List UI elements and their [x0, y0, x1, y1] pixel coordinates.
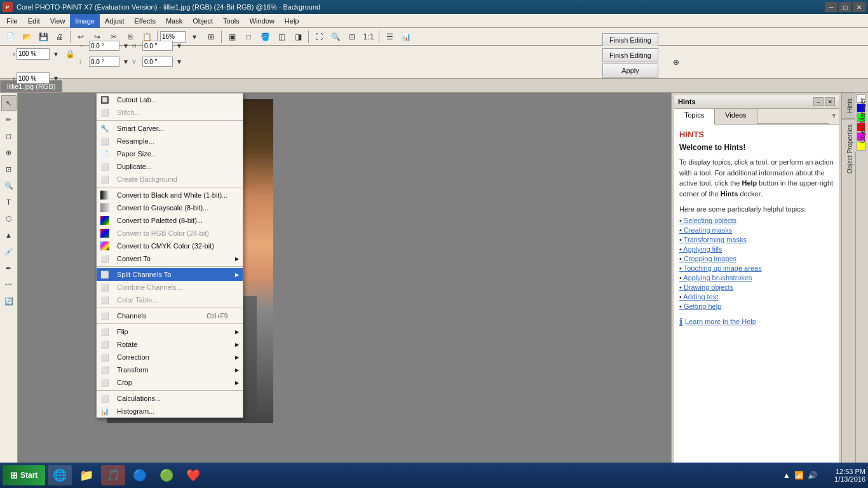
menu-crop[interactable]: ⬜Crop [97, 376, 243, 389]
taskbar-arrow-icon[interactable]: ▲ [783, 471, 790, 480]
finish-editing-button-bar[interactable]: Finish Editing [602, 48, 658, 62]
minimize-button[interactable]: ─ [825, 2, 837, 12]
invert-mask-button[interactable]: ◨ [290, 29, 306, 44]
zoom-percentage-y[interactable] [17, 72, 50, 84]
hint-link-help[interactable]: Getting help [679, 302, 834, 310]
menu-edit[interactable]: Edit [23, 14, 45, 28]
rotation2-dropdown[interactable]: ▾ [121, 54, 131, 69]
hint-link-masks[interactable]: Creating masks [679, 226, 834, 234]
hints-close-btn[interactable]: ✕ [825, 97, 835, 106]
rotation2-input[interactable] [89, 57, 119, 67]
hint-link-transform-masks[interactable]: Transforming masks [679, 236, 834, 243]
mask-none-button[interactable]: □ [241, 29, 256, 44]
hints-minimize-btn[interactable]: – [813, 97, 824, 106]
menu-split-channels[interactable]: ⬜Split Channels To [97, 268, 243, 281]
hint-link-text[interactable]: Adding text [679, 293, 834, 301]
start-button[interactable]: ⊞ Start [3, 465, 45, 485]
apply-button-bar[interactable]: Apply [602, 64, 658, 78]
hint-link-drawing[interactable]: Drawing objects [679, 283, 834, 291]
tool-color-replace[interactable]: 🔄 [1, 294, 17, 309]
side-tab-hints[interactable]: Hints [842, 93, 855, 119]
v-input[interactable] [142, 57, 173, 67]
hints-help-icon[interactable]: ? [829, 109, 839, 124]
menu-convert-grayscale[interactable]: Convert to Grayscale (8-bit)... [97, 201, 243, 214]
menu-effects[interactable]: Effects [130, 14, 161, 28]
taskbar-app-explorer[interactable]: 📁 [74, 465, 98, 485]
menu-paper-size[interactable]: 📄Paper Size... [97, 147, 243, 160]
tool-pen[interactable]: ✒ [1, 261, 17, 276]
menu-histogram[interactable]: 📊Histogram... [97, 405, 243, 417]
taskbar-clock[interactable]: 12:53 PM 1/13/2016 [834, 468, 865, 483]
close-button[interactable]: ✕ [853, 2, 865, 12]
zoom-fit-button[interactable]: ⊞ [203, 29, 219, 44]
view-full-button[interactable]: ⛶ [311, 29, 327, 44]
rotation-dropdown[interactable]: ▾ [121, 38, 131, 53]
fit-page-button[interactable]: ⊡ [344, 29, 360, 44]
hint-link-cropping[interactable]: Cropping images [679, 255, 834, 262]
lock-aspect-button[interactable]: 🔒 [62, 46, 78, 62]
tool-fill[interactable]: ▲ [1, 227, 17, 243]
rotation-input[interactable] [89, 41, 119, 51]
menu-correction[interactable]: ⬜Correction [97, 351, 243, 363]
zoom-y-dropdown[interactable]: ▾ [51, 71, 61, 86]
mask-all-button[interactable]: ▣ [224, 29, 240, 44]
taskbar-app-chrome[interactable]: 🔵 [128, 465, 152, 485]
taskbar-app-red[interactable]: ❤️ [181, 465, 205, 485]
menu-window[interactable]: Window [245, 14, 280, 28]
zoom-100-button[interactable]: 1:1 [361, 29, 376, 44]
menu-calculations[interactable]: ⬜Calculations... [97, 392, 243, 405]
menu-mask[interactable]: Mask [161, 14, 187, 28]
menu-convert-cmyk[interactable]: Convert to CMYK Color (32-bit) [97, 240, 243, 252]
menu-convert-paletted[interactable]: Convert to Paletted (8-bit)... [97, 214, 243, 227]
tool-zoom[interactable]: 🔍 [1, 178, 17, 193]
menu-file[interactable]: File [1, 14, 23, 28]
menu-view[interactable]: View [45, 14, 71, 28]
menu-duplicate[interactable]: ⬜Duplicate... [97, 160, 243, 173]
tool-eyedrop[interactable]: 💉 [1, 244, 17, 259]
tool-paint[interactable]: ✏ [1, 112, 17, 127]
restore-button[interactable]: ◻ [839, 2, 851, 12]
hint-link-touchup[interactable]: Touching up image areas [679, 264, 834, 272]
title-bar-controls[interactable]: ─ ◻ ✕ [825, 2, 865, 12]
menu-convert-bw[interactable]: Convert to Black and White (1-bit)... [97, 189, 243, 201]
hint-link-fills[interactable]: Applying fills [679, 245, 834, 253]
h-dropdown[interactable]: ▾ [174, 38, 184, 53]
tool-shape[interactable]: ⬡ [1, 211, 17, 226]
taskbar-app-media[interactable]: 🎵 [101, 465, 125, 485]
histogram-button[interactable]: 📊 [398, 29, 414, 44]
tab-videos[interactable]: Videos [715, 109, 757, 124]
paint-bucket-button[interactable]: 🪣 [257, 29, 273, 44]
v-dropdown[interactable]: ▾ [174, 54, 184, 69]
tab-topics[interactable]: Topics [674, 109, 715, 125]
add-transform-button[interactable]: ⊕ [668, 55, 684, 70]
menu-image[interactable]: Image [70, 14, 100, 28]
canvas-area[interactable]: R A I N 🔲Cutout Lab... ⬜Stitch... 🔧Smart… [18, 93, 671, 465]
taskbar-app-green[interactable]: 🟢 [154, 465, 179, 485]
menu-help[interactable]: Help [280, 14, 304, 28]
zoom-percentage-x[interactable] [17, 48, 50, 60]
tool-crop[interactable]: ⊡ [1, 161, 17, 177]
tool-clone[interactable]: ⊕ [1, 145, 17, 160]
tool-eraser[interactable]: ◻ [1, 128, 17, 144]
side-tab-object-properties[interactable]: Object Properties [842, 119, 855, 179]
menu-channels[interactable]: ⬜Channels Ctrl+F9 [97, 309, 243, 322]
hint-link-selecting[interactable]: Selecting objects [679, 217, 834, 224]
menu-object[interactable]: Object [187, 14, 218, 28]
menu-convert-to[interactable]: ⬜Convert To [97, 252, 243, 265]
menu-smart-carver[interactable]: 🔧Smart Carver... [97, 122, 243, 135]
menu-transform[interactable]: ⬜Transform [97, 363, 243, 376]
menu-resample[interactable]: ⬜Resample... [97, 135, 243, 147]
menu-cutout-lab[interactable]: 🔲Cutout Lab... [97, 93, 243, 106]
menu-tools[interactable]: Tools [218, 14, 245, 28]
hint-link-brushstrokes[interactable]: Applying brushstrokes [679, 274, 834, 281]
menu-rotate[interactable]: ⬜Rotate [97, 338, 243, 351]
zoom-x-dropdown[interactable]: ▾ [51, 46, 61, 62]
finish-editing-button[interactable]: Finish Editing [602, 33, 658, 47]
zoom-dropdown[interactable]: ▾ [187, 29, 202, 44]
h-input[interactable] [142, 41, 173, 51]
learn-more-link[interactable]: ℹ Learn more in the Help [679, 316, 834, 327]
tool-select[interactable]: ↖ [1, 95, 17, 111]
menu-adjust[interactable]: Adjust [100, 14, 130, 28]
tool-smear[interactable]: 〰 [1, 277, 17, 292]
menu-flip[interactable]: ⬜Flip [97, 325, 243, 338]
